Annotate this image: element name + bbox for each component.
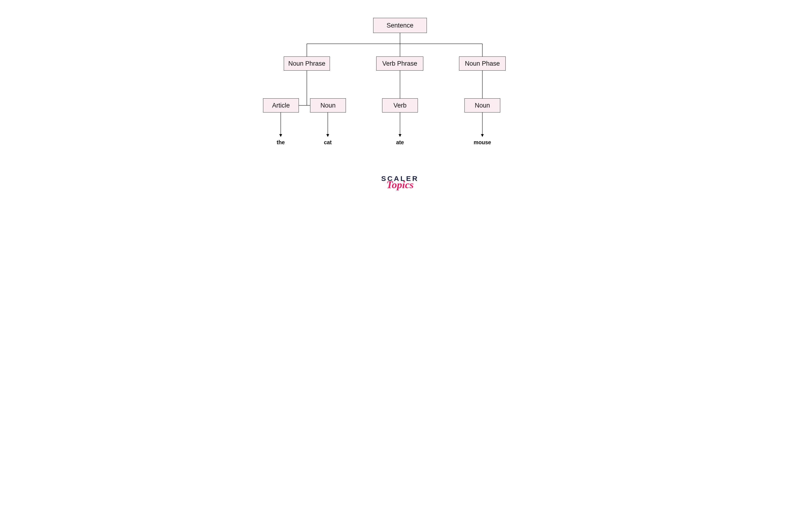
node-noun-2: Noun [464,98,500,112]
node-np1-label: Noun Phrase [288,60,325,67]
scaler-topics-logo: SCALER Topics [381,175,419,191]
node-article: Article [263,98,299,112]
leaf-mouse: mouse [474,139,491,146]
leaf-cat: cat [324,139,331,146]
node-noun-1: Noun [310,98,346,112]
node-article-label: Article [272,102,290,109]
node-noun-phase-2: Noun Phase [459,56,506,71]
leaf-mouse-text: mouse [474,139,491,146]
node-noun1-label: Noun [321,102,336,109]
node-sentence-label: Sentence [386,22,414,29]
node-verb-phrase: Verb Phrase [376,56,423,71]
node-sentence: Sentence [373,18,427,33]
leaf-ate: ate [396,139,404,146]
parse-tree-diagram: Sentence Noun Phrase Verb Phrase Noun Ph… [240,0,560,213]
node-vp-label: Verb Phrase [382,60,417,67]
node-np2-label: Noun Phase [465,60,500,67]
logo-line2: Topics [381,179,419,191]
node-noun-phrase-1: Noun Phrase [284,56,330,71]
leaf-the: the [277,139,285,146]
node-verb: Verb [382,98,418,112]
leaf-the-text: the [277,139,285,146]
leaf-cat-text: cat [324,139,331,146]
leaf-ate-text: ate [396,139,404,146]
node-noun2-label: Noun [475,102,490,109]
node-verb-label: Verb [394,102,406,109]
